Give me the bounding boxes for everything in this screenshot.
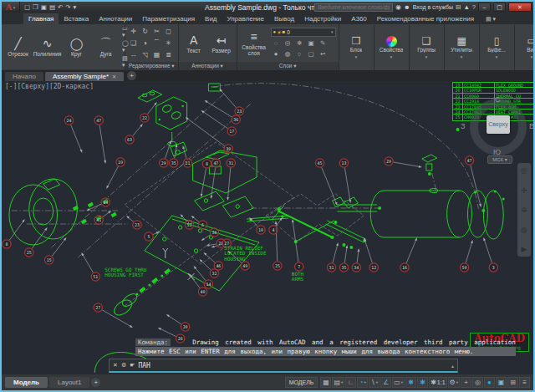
viewcube-east[interactable]: В [529, 122, 533, 130]
dimension-button[interactable]: ↤Размер [209, 33, 234, 53]
ribbon-tab-3[interactable]: Параметризация [137, 13, 200, 24]
object-snap-icon[interactable]: ▭▾ [392, 377, 405, 388]
clean-screen-icon[interactable]: ⊞ [507, 377, 518, 388]
open-file-icon[interactable]: ❒ [33, 3, 38, 12]
workspace-icon[interactable]: ⚙▾ [448, 377, 460, 388]
array-icon[interactable]: ▦ [151, 49, 162, 60]
viewcube-west[interactable]: З [461, 122, 465, 130]
layer-off-icon[interactable]: ◌ [271, 38, 282, 48]
layer-isolate-icon[interactable]: ◎ [283, 38, 293, 48]
line-button[interactable]: ╱Отрезок [4, 37, 32, 57]
osnap-tracking-icon[interactable]: ∠ [380, 377, 391, 388]
polyline-button[interactable]: ∿Полилиния [33, 37, 61, 57]
annotation-visibility-icon[interactable]: ✱ [405, 377, 416, 388]
grid-icon[interactable]: ▦ [320, 377, 331, 388]
minimize-button[interactable]: – [478, 3, 491, 12]
search-icon[interactable]: ◉ [395, 3, 401, 11]
showmotion-icon[interactable]: ▶ [522, 245, 527, 253]
command-line[interactable]: ✕ ⚙ ☛ ПАН ▴ [109, 359, 458, 373]
layer-unlock-icon[interactable]: ▢ [306, 49, 317, 59]
text-button[interactable]: AТекст [181, 33, 206, 53]
stretch-icon[interactable]: ↔ [128, 49, 139, 60]
save-icon[interactable]: ▣ [41, 3, 47, 12]
drawing-canvas[interactable]: 2447226319442336173029352184731451329478… [2, 81, 533, 374]
maximize-button[interactable]: ▢ [493, 3, 506, 12]
trim-icon[interactable]: ✂ [151, 26, 162, 37]
ortho-icon[interactable]: ∟ [345, 377, 356, 388]
zoom-icon[interactable]: ⊕ [521, 206, 527, 214]
ribbon-tab-7[interactable]: Надстройки [299, 13, 346, 24]
signin-button[interactable]: Вход в службы [413, 4, 453, 10]
circle-button[interactable]: ◯Круг [63, 37, 90, 57]
block-panel-button[interactable]: ❒Блок▼ [339, 24, 374, 70]
properties-panel-button[interactable]: Свойства▼ [374, 24, 410, 70]
annotation-monitor-icon[interactable]: + [461, 377, 471, 388]
erase-icon[interactable]: ◻ [163, 26, 174, 37]
hardware-acceleration-icon[interactable]: ● [484, 377, 495, 388]
navigation-wheel-icon[interactable]: ◎ [521, 166, 527, 175]
groups-panel-button[interactable]: ❑Группы▼ [410, 24, 445, 70]
layer-properties-button[interactable]: ≡ Свойства слоя [240, 30, 268, 56]
arc-button[interactable]: ⌒Дуга [92, 37, 120, 57]
utilities-panel-button[interactable]: ▦Утилиты▼ [445, 24, 480, 70]
layout-tab-layout1[interactable]: Layout1 [49, 377, 89, 388]
plot-icon[interactable]: ▤ [49, 3, 55, 12]
cart-icon[interactable]: ⊟ [456, 3, 461, 11]
layer-lock-icon[interactable]: ▣ [306, 38, 317, 48]
mirror-icon[interactable]: ◑ [140, 38, 150, 48]
annotation-autoscale-icon[interactable]: ✱ [417, 377, 428, 388]
layer-unisolate-icon[interactable]: ◍ [283, 49, 293, 59]
appstore-icon[interactable]: ▲ [463, 3, 469, 11]
command-tools-icon[interactable]: ⚙ [121, 362, 126, 369]
ribbon-tab-0[interactable]: Главная [23, 13, 59, 24]
clipboard-panel-button[interactable]: ▯Буфе...▼ [480, 24, 515, 70]
file-tab-close-icon[interactable]: ✕ [112, 74, 116, 79]
ribbon-tab-6[interactable]: Вывод [269, 13, 299, 24]
layer-thaw-icon[interactable]: ○ [294, 49, 305, 59]
performance-icon[interactable]: ▣ [496, 377, 507, 388]
isolate-objects-icon[interactable]: ◎ [472, 377, 483, 388]
copy-icon[interactable]: ❏ [128, 38, 139, 48]
viewcube-north[interactable]: С [495, 95, 501, 104]
ribbon-tab-8[interactable]: A360 [346, 13, 372, 24]
polar-tracking-icon[interactable]: ◔▾ [357, 377, 368, 388]
new-drawing-button[interactable]: + [127, 71, 136, 80]
command-expand-icon[interactable]: ▴ [451, 363, 454, 369]
isodraft-icon[interactable]: ∖▾ [369, 377, 380, 388]
layout-tab-модель[interactable]: Модель [5, 377, 48, 388]
qat-customize-icon[interactable]: ▾ [74, 3, 77, 12]
layers-panel-title[interactable]: Слои ▾ [237, 62, 339, 70]
undo-icon[interactable]: ↶ [58, 3, 63, 12]
pan-icon[interactable]: ✛ [521, 186, 527, 195]
fillet-icon[interactable]: ⌒ [151, 38, 162, 48]
rotate-icon[interactable]: ↻ [140, 26, 150, 37]
orbit-icon[interactable]: ◍ [521, 226, 527, 234]
viewcube-face[interactable]: Сверху [487, 115, 510, 134]
layer-prev-icon[interactable]: ↩ [318, 49, 329, 59]
help-search-input[interactable] [314, 3, 393, 12]
explode-icon[interactable]: ✳ [163, 38, 174, 48]
viewport-controls-label[interactable]: [-][Сверху][2D-каркас] [5, 83, 94, 90]
new-layout-button[interactable]: + [91, 378, 100, 387]
file-tab-0[interactable]: Начало [5, 72, 43, 81]
snap-icon[interactable]: ▤▾ [332, 377, 344, 388]
customization-icon[interactable]: ≡ [519, 377, 530, 388]
new-file-icon[interactable]: ▢ [24, 3, 30, 12]
move-icon[interactable]: ✛ [128, 26, 139, 37]
scale-icon[interactable]: ◹ [140, 49, 150, 60]
view-panel-button[interactable]: ▭Вид▼ [515, 24, 533, 70]
wcs-button[interactable]: МСК ▾ [487, 155, 512, 164]
ribbon-tab-5[interactable]: Управление [222, 13, 269, 24]
model-space-button[interactable]: МОДЕЛЬ [285, 377, 318, 388]
layer-freeze-icon[interactable]: ❄ [294, 38, 305, 48]
layer-match-icon[interactable]: ✎ [318, 38, 329, 48]
edit-panel-title[interactable]: Редактирование ▾ [125, 62, 178, 70]
ribbon-tab-4[interactable]: Вид [200, 13, 222, 24]
screencast-icon[interactable]: ▤ ▾ [486, 16, 496, 24]
help-icon[interactable]: ? [472, 3, 476, 11]
ribbon-tab-9[interactable]: Рекомендованные приложения [372, 13, 479, 24]
annotation-scale-icon[interactable]: ✱ 1:1 [429, 377, 446, 388]
redo-icon[interactable]: ↷ [65, 3, 70, 12]
command-close-icon[interactable]: ✕ [113, 362, 118, 369]
file-tab-1[interactable]: Assembly Sample*✕ [45, 72, 124, 81]
